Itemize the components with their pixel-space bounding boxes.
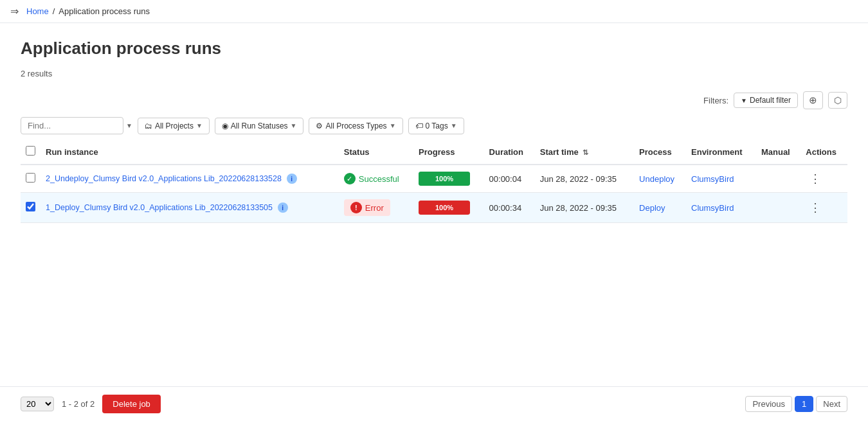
export-button[interactable]: ⬡ bbox=[828, 92, 847, 109]
row1-progress: 100% bbox=[413, 165, 484, 193]
row2-actions[interactable]: ⋮ bbox=[800, 193, 847, 223]
add-filter-icon: ⊕ bbox=[809, 94, 817, 105]
select-all-checkbox[interactable] bbox=[26, 146, 35, 156]
row1-process-link[interactable]: Undeploy bbox=[639, 174, 674, 184]
col-run-instance: Run instance bbox=[41, 139, 339, 165]
main-content: Application process runs 2 results Filte… bbox=[0, 23, 868, 238]
all-process-types-label: All Process Types bbox=[325, 121, 386, 130]
row1-run-instance: 2_Undeploy_Clumsy Bird v2.0_Applications… bbox=[41, 165, 339, 193]
row1-environment: ClumsyBird bbox=[686, 165, 756, 193]
all-run-statuses-dropdown[interactable]: ◉ All Run Statuses ▼ bbox=[215, 118, 304, 134]
all-projects-dropdown[interactable]: 🗂 All Projects ▼ bbox=[138, 118, 210, 134]
row2-actions-button[interactable]: ⋮ bbox=[806, 201, 826, 215]
chevron-down-icon: ▼ bbox=[196, 122, 203, 129]
row1-status-badge: ✓ Successful bbox=[344, 173, 399, 184]
table-row: 2_Undeploy_Clumsy Bird v2.0_Applications… bbox=[21, 165, 847, 193]
chevron-down-icon: ▼ bbox=[390, 122, 396, 129]
row2-duration: 00:00:34 bbox=[484, 193, 535, 223]
all-projects-label: All Projects bbox=[155, 121, 194, 130]
row1-status: ✓ Successful bbox=[339, 165, 413, 193]
error-icon: ! bbox=[350, 202, 362, 213]
table-header-row: Run instance Status Progress Duration St… bbox=[21, 139, 847, 165]
row1-process: Undeploy bbox=[634, 165, 686, 193]
filters-label: Filters: bbox=[703, 96, 728, 105]
tag-icon: 🏷 bbox=[415, 121, 423, 130]
breadcrumb: Home / Application process runs bbox=[26, 6, 150, 16]
row2-progress: 100% bbox=[413, 193, 484, 223]
row2-process: Deploy bbox=[634, 193, 686, 223]
row2-environment: ClumsyBird bbox=[686, 193, 756, 223]
folder-icon: 🗂 bbox=[145, 121, 152, 130]
col-actions: Actions bbox=[800, 139, 847, 165]
find-dropdown-icon: ▼ bbox=[126, 122, 132, 129]
all-process-types-dropdown[interactable]: ⚙ All Process Types ▼ bbox=[309, 118, 402, 134]
row1-start-time: Jun 28, 2022 - 09:35 bbox=[535, 165, 634, 193]
export-icon: ⬡ bbox=[834, 95, 842, 105]
find-input[interactable] bbox=[21, 117, 123, 134]
row2-manual bbox=[756, 193, 800, 223]
circle-icon: ◉ bbox=[222, 121, 228, 130]
row1-manual bbox=[756, 165, 800, 193]
chevron-down-icon: ▼ bbox=[291, 122, 297, 129]
results-count: 2 results bbox=[21, 69, 847, 78]
check-icon: ✓ bbox=[344, 173, 356, 184]
row2-process-link[interactable]: Deploy bbox=[639, 203, 665, 213]
all-run-statuses-label: All Run Statuses bbox=[231, 121, 288, 130]
chevron-down-icon: ▼ bbox=[741, 97, 747, 104]
row2-status-badge: ! Error bbox=[344, 199, 390, 216]
row1-duration: 00:00:04 bbox=[484, 165, 535, 193]
row1-actions[interactable]: ⋮ bbox=[800, 165, 847, 193]
row2-run-link[interactable]: 1_Deploy_Clumsy Bird v2.0_Applications L… bbox=[46, 203, 273, 212]
col-start-time: Start time ⇅ bbox=[535, 139, 634, 165]
col-duration: Duration bbox=[484, 139, 535, 165]
row1-actions-button[interactable]: ⋮ bbox=[806, 172, 826, 186]
row2-run-instance: 1_Deploy_Clumsy Bird v2.0_Applications L… bbox=[41, 193, 339, 223]
default-filter-label: Default filter bbox=[750, 96, 791, 105]
row1-checkbox[interactable] bbox=[26, 173, 35, 183]
tags-dropdown[interactable]: 🏷 0 Tags ▼ bbox=[408, 118, 464, 134]
select-all-header[interactable] bbox=[21, 139, 41, 165]
col-manual: Manual bbox=[756, 139, 800, 165]
runs-table: Run instance Status Progress Duration St… bbox=[21, 139, 847, 223]
col-status: Status bbox=[339, 139, 413, 165]
add-filter-button[interactable]: ⊕ bbox=[803, 91, 823, 109]
row1-progress-fill: 100% bbox=[419, 172, 470, 186]
menu-icon[interactable]: ⇒ bbox=[10, 5, 19, 17]
table-row: 1_Deploy_Clumsy Bird v2.0_Applications L… bbox=[21, 193, 847, 223]
row1-checkbox-cell[interactable] bbox=[21, 165, 41, 193]
top-nav: ⇒ Home / Application process runs bbox=[0, 0, 868, 23]
row1-info-icon[interactable]: i bbox=[287, 174, 297, 184]
chevron-down-icon: ▼ bbox=[451, 122, 457, 129]
table-container: Run instance Status Progress Duration St… bbox=[21, 139, 847, 223]
col-process: Process bbox=[634, 139, 686, 165]
col-progress: Progress bbox=[413, 139, 484, 165]
row2-progress-bar: 100% bbox=[419, 201, 470, 215]
tags-label: 0 Tags bbox=[426, 121, 448, 130]
sort-icon[interactable]: ⇅ bbox=[583, 148, 588, 156]
row2-env-link[interactable]: ClumsyBird bbox=[691, 203, 734, 213]
row2-checkbox-cell[interactable] bbox=[21, 193, 41, 223]
row2-progress-fill: 100% bbox=[419, 201, 470, 215]
row1-env-link[interactable]: ClumsyBird bbox=[691, 174, 734, 184]
breadcrumb-current: Application process runs bbox=[59, 6, 150, 16]
row2-start-time: Jun 28, 2022 - 09:35 bbox=[535, 193, 634, 223]
row2-status: ! Error bbox=[339, 193, 413, 223]
default-filter-button[interactable]: ▼ Default filter bbox=[734, 93, 798, 108]
col-environment: Environment bbox=[686, 139, 756, 165]
filters-row: Filters: ▼ Default filter ⊕ ⬡ bbox=[21, 91, 847, 109]
row1-progress-bar: 100% bbox=[419, 172, 470, 186]
gear-icon: ⚙ bbox=[316, 121, 323, 130]
breadcrumb-home[interactable]: Home bbox=[26, 6, 49, 16]
breadcrumb-separator: / bbox=[53, 6, 55, 16]
toolbar-row: ▼ 🗂 All Projects ▼ ◉ All Run Statuses ▼ … bbox=[21, 117, 847, 134]
row1-run-link[interactable]: 2_Undeploy_Clumsy Bird v2.0_Applications… bbox=[46, 174, 282, 183]
page-title: Application process runs bbox=[21, 39, 847, 58]
row2-checkbox[interactable] bbox=[26, 202, 35, 211]
row2-info-icon[interactable]: i bbox=[278, 202, 288, 213]
